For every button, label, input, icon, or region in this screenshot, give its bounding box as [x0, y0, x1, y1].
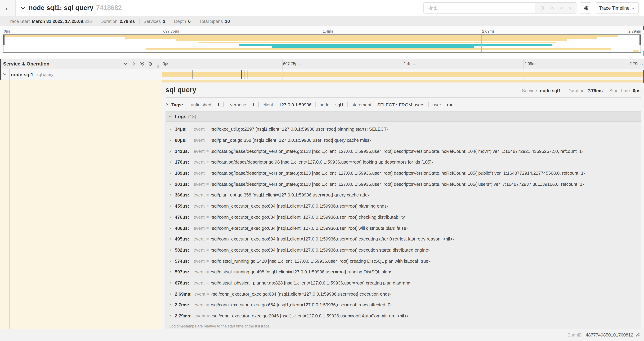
top-bar: ← node sql1: sql query 7418682 × ⌘ Trace… — [0, 0, 644, 16]
log-value: ‹sql/conn_executor_exec.go:684 [nsql1,cl… — [210, 302, 392, 307]
clear-find-icon[interactable]: × — [569, 5, 572, 11]
tag-key: client — [262, 102, 273, 107]
log-field-name: event — [194, 127, 205, 132]
locate-icon[interactable] — [540, 6, 545, 11]
span-id-label: SpanID: — [567, 332, 584, 337]
tags-row[interactable]: Tags: _unfinished = 1 _verbose — [166, 101, 641, 109]
log-timestamp: 34μs: — [175, 127, 191, 132]
gridline — [282, 59, 282, 69]
log-field-name: event — [194, 214, 205, 220]
log-marker-tick — [261, 70, 262, 79]
equals-sign: = — [206, 248, 209, 252]
span-row-name-cell[interactable]: node sql1 sql query — [0, 69, 161, 80]
trace-summary-bar: Trace Start March 31 2022, 17:25:09.326 … — [0, 16, 644, 26]
summary-item: Total Spans 10 — [195, 19, 234, 24]
minimap-canvas[interactable] — [3, 34, 641, 53]
equals-sign: = — [207, 313, 210, 318]
column-resize-grip[interactable]: || — [157, 65, 159, 68]
log-field-name: event — [194, 203, 205, 209]
equals-sign: = — [206, 127, 209, 132]
tag-item: user = root — [428, 102, 458, 107]
log-field-name: event — [194, 291, 206, 296]
equals-sign: = — [206, 215, 209, 220]
find-input[interactable] — [424, 3, 534, 13]
minimap-left-handle[interactable] — [4, 35, 4, 45]
log-value: ‹sql/catalog/lease/descriptor_version_st… — [210, 149, 583, 154]
log-entry[interactable]: 476μs: event = ‹sql/conn_executor_exec.g… — [168, 212, 641, 222]
minimap-span — [239, 44, 552, 46]
timeline-ruler: 0μs697.75μs1.4ms2.09ms2.79ms — [161, 59, 644, 69]
span-detail-panel: sql query Service: node sql1 Duration: 2… — [161, 80, 644, 329]
log-value: ‹sql/conn_executor_exec.go:684 [nsql1,cl… — [212, 291, 391, 296]
minimap-span — [124, 37, 597, 39]
find-group: × — [424, 3, 577, 14]
minimap-tick-label: 2.09ms — [482, 29, 494, 33]
next-match-chevron-down-icon[interactable] — [559, 6, 564, 10]
log-field-name: event — [194, 225, 205, 231]
log-timestamp: 366μs: — [175, 192, 191, 198]
chevron-right-icon — [168, 259, 172, 262]
log-entry[interactable]: 502μs: event = ‹sql/conn_executor_exec.g… — [168, 244, 641, 255]
log-entry[interactable]: 366μs: event = ‹sql/plan_opt.go:358 [nsq… — [168, 190, 641, 200]
log-entry[interactable]: 34μs: event = ‹sql/exec_util.go:2297 [ns… — [168, 124, 641, 135]
chevron-right-icon — [168, 226, 172, 230]
log-marker-tick — [225, 70, 226, 79]
trace-id: 7418682 — [96, 4, 122, 12]
scrollbar-strip[interactable] — [643, 0, 644, 341]
command-icon: ⌘ — [583, 5, 588, 11]
keyboard-shortcuts-button[interactable]: ⌘ — [580, 3, 592, 14]
log-entry[interactable]: 597μs: event = ‹sql/distsql_running.go:4… — [168, 266, 641, 277]
minimap-span — [176, 39, 567, 42]
trace-view-selector[interactable]: Trace Timeline — [595, 3, 639, 14]
log-entry[interactable]: 495μs: event = ‹sql/conn_executor_exec.g… — [168, 234, 641, 244]
collapse-all-chevron-down-icon[interactable] — [123, 62, 128, 66]
back-button[interactable]: ← — [0, 0, 16, 16]
span-row-node-sql1[interactable]: node sql1 sql query — [0, 69, 644, 80]
collapse-trace-chevron[interactable] — [20, 5, 26, 11]
expand-all-double-chevron-right-icon[interactable] — [148, 62, 153, 66]
span-meta-label: Service: — [522, 88, 538, 93]
chevron-right-icon — [168, 128, 172, 131]
chevron-down-icon — [168, 115, 172, 118]
log-entry[interactable]: 459μs: event = ‹sql/conn_executor_exec.g… — [168, 201, 641, 212]
chevron-right-icon — [168, 204, 172, 208]
expand-one-chevron-right-icon[interactable] — [132, 62, 136, 66]
log-entry[interactable]: 486μs: event = ‹sql/conn_executor_exec.g… — [168, 222, 641, 233]
chevron-down-icon — [3, 72, 6, 76]
deep-link-icon[interactable] — [636, 332, 640, 337]
collapse-deep-double-chevron-down-icon[interactable] — [140, 62, 144, 66]
span-row-bar-cell[interactable] — [161, 69, 644, 80]
log-entry[interactable]: 189μs: event = ‹sql/catalog/lease/descri… — [168, 168, 641, 179]
log-entry[interactable]: 2.69ms: event = ‹sql/conn_executor_exec.… — [168, 288, 641, 299]
logs-header[interactable]: Logs (18) — [166, 112, 641, 122]
ruler-tick-label: 2.79ms — [630, 62, 642, 66]
equals-sign: = — [443, 102, 445, 107]
equals-sign: = — [206, 204, 209, 208]
span-meta-value: node sql1 — [540, 88, 561, 93]
log-entry[interactable]: 574μs: event = ‹sql/distsql_running.go:1… — [168, 256, 641, 266]
log-entry[interactable]: 2.7ms: event = ‹sql/conn_executor_exec.g… — [168, 299, 641, 310]
minimap-right-handle[interactable] — [640, 35, 640, 45]
log-entry[interactable]: 80μs: event = ‹sql/plan_opt.go:358 [nsql… — [168, 135, 641, 146]
tag-key: _verbose — [228, 102, 246, 107]
summary-value: 10 — [225, 19, 230, 24]
log-value: ‹sql/conn_executor_exec.go:684 [nsql1,cl… — [210, 225, 408, 231]
service-operation-title: Service & Operation — [3, 61, 50, 67]
log-entry[interactable]: 2.79ms: event = ‹sql/conn_executor_exec.… — [168, 310, 641, 321]
log-marker-tick — [168, 70, 168, 79]
chevron-right-icon — [168, 270, 172, 274]
log-entry[interactable]: 678μs: event = ‹sql/distsql_physical_pla… — [168, 277, 641, 288]
gridline — [163, 35, 163, 52]
log-entry[interactable]: 201μs: event = ‹sql/catalog/lease/descri… — [168, 179, 641, 190]
prev-match-chevron-up-icon[interactable] — [550, 6, 554, 10]
log-value: ‹sql/plan_opt.go:358 [nsql1,client=127.0… — [210, 192, 369, 198]
log-entry[interactable]: 176μs: event = ‹sql/catalog/descs/descri… — [168, 157, 641, 168]
log-entry[interactable]: 142μs: event = ‹sql/catalog/lease/descri… — [168, 146, 641, 157]
log-marker-tick — [197, 70, 197, 79]
span-collapse-chevron[interactable] — [3, 72, 6, 76]
summary-label: Trace Start — [8, 19, 30, 24]
tag-item: _unfinished = 1 — [184, 102, 224, 107]
tag-key: node — [320, 102, 330, 107]
log-field-name: event — [194, 171, 205, 176]
equals-sign: = — [331, 102, 334, 107]
